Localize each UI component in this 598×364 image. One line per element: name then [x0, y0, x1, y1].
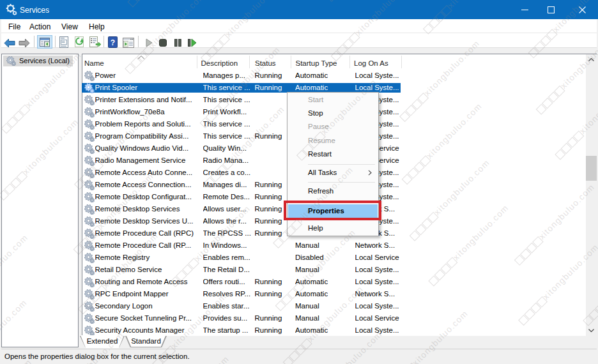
svg-text:?: ?	[111, 38, 115, 47]
